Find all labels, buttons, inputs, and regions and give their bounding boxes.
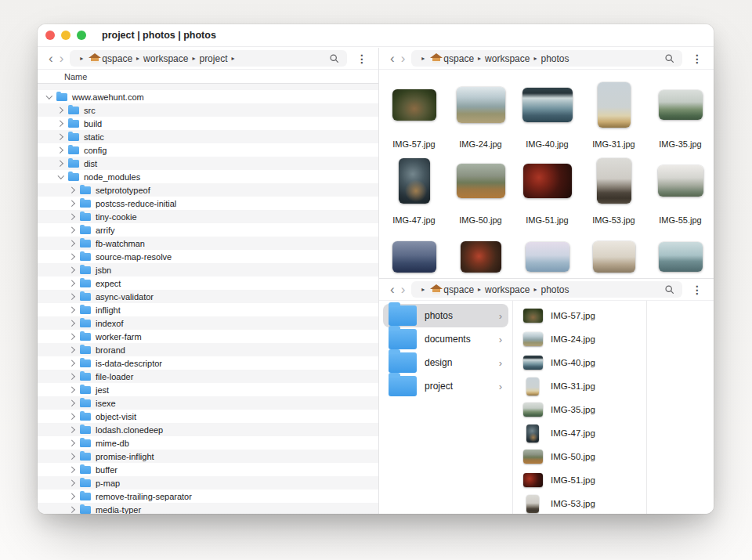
more-options-icon[interactable]: ⋮ [352, 52, 372, 65]
back-button[interactable]: ‹ [387, 283, 398, 296]
chevron-right-icon[interactable] [67, 345, 78, 356]
more-options-icon[interactable]: ⋮ [687, 284, 707, 296]
breadcrumb-item-workspace[interactable]: workspace [143, 53, 188, 64]
tree-item-inflight[interactable]: inflight [38, 303, 378, 316]
photo-item[interactable] [381, 228, 447, 278]
home-icon[interactable] [430, 284, 442, 294]
tree-item-static[interactable]: static [38, 130, 378, 143]
home-icon[interactable] [430, 53, 442, 63]
breadcrumb-item-workspace[interactable]: workspace [485, 53, 530, 64]
forward-button[interactable]: › [56, 52, 67, 65]
file-list-item-IMG-40.jpg[interactable]: IMG-40.jpg [522, 351, 646, 374]
file-list-item-IMG-31.jpg[interactable]: IMG-31.jpg [522, 374, 646, 398]
tree-item-file-loader[interactable]: file-loader [38, 370, 378, 383]
photo-item[interactable] [580, 228, 647, 278]
tree-item-postcss-reduce-initial[interactable]: postcss-reduce-initial [38, 197, 378, 210]
breadcrumb-item-photos[interactable]: photos [540, 284, 569, 295]
more-options-icon[interactable]: ⋮ [687, 52, 707, 65]
search-icon[interactable] [663, 53, 676, 63]
chevron-right-icon[interactable] [67, 265, 78, 276]
search-icon[interactable] [663, 284, 676, 294]
file-list-item-IMG-53.jpg[interactable]: IMG-53.jpg [522, 492, 646, 514]
photo-item-IMG-35.jpg[interactable]: IMG-35.jpg [647, 76, 714, 152]
photo-item[interactable] [647, 228, 714, 278]
tree-item-p-map[interactable]: p-map [38, 476, 378, 490]
tree-item-worker-farm[interactable]: worker-farm [38, 330, 378, 343]
chevron-right-icon[interactable] [67, 371, 78, 382]
file-list-item-IMG-50.jpg[interactable]: IMG-50.jpg [522, 445, 646, 468]
search-icon[interactable] [327, 53, 341, 63]
chevron-right-icon[interactable] [67, 504, 78, 515]
photo-item-IMG-47.jpg[interactable]: IMG-47.jpg [381, 152, 447, 228]
back-button[interactable]: ‹ [387, 52, 398, 65]
chevron-right-icon[interactable] [67, 425, 78, 435]
tree-item-object-visit[interactable]: object-visit [38, 410, 378, 423]
file-list-item-IMG-24.jpg[interactable]: IMG-24.jpg [522, 327, 646, 351]
tree-item-async-validator[interactable]: async-validator [38, 290, 378, 303]
breadcrumb-item-qspace[interactable]: qspace [102, 53, 132, 64]
tree-item-fb-watchman[interactable]: fb-watchman [38, 237, 378, 250]
photo-item-IMG-51.jpg[interactable]: IMG-51.jpg [514, 152, 580, 228]
chevron-right-icon[interactable] [67, 251, 78, 262]
photo-item-IMG-24.jpg[interactable]: IMG-24.jpg [447, 76, 514, 152]
tree-item-node_modules[interactable]: node_modules [38, 170, 378, 183]
chevron-right-icon[interactable] [67, 478, 78, 489]
tree-item-brorand[interactable]: brorand [38, 343, 378, 356]
folder-item-photos[interactable]: photos› [383, 304, 508, 327]
tree-item-isexe[interactable]: isexe [38, 396, 378, 410]
chevron-down-icon[interactable] [56, 172, 67, 182]
chevron-right-icon[interactable] [56, 145, 67, 156]
tree-column-header[interactable]: Name [38, 70, 378, 84]
chevron-right-icon[interactable] [67, 438, 78, 449]
breadcrumb-item-workspace[interactable]: workspace [485, 284, 530, 295]
chevron-right-icon[interactable] [67, 385, 78, 396]
chevron-right-icon[interactable] [67, 358, 78, 369]
chevron-right-icon[interactable] [67, 278, 78, 289]
chevron-right-icon[interactable] [67, 491, 78, 502]
file-list-item-IMG-47.jpg[interactable]: IMG-47.jpg [522, 421, 646, 445]
breadcrumb-item-photos[interactable]: photos [540, 53, 569, 64]
tree-item-buffer[interactable]: buffer [38, 463, 378, 476]
tree-item-expect[interactable]: expect [38, 276, 378, 290]
breadcrumb-item-project[interactable]: project [199, 53, 227, 64]
chevron-right-icon[interactable] [67, 318, 78, 329]
chevron-right-icon[interactable] [67, 211, 78, 222]
folder-item-design[interactable]: design› [383, 351, 508, 374]
tree-item-build[interactable]: build [38, 117, 378, 130]
file-list-item-IMG-57.jpg[interactable]: IMG-57.jpg [522, 304, 646, 327]
home-icon[interactable] [89, 53, 100, 63]
photo-item[interactable] [514, 228, 580, 278]
tree-item-remove-trailing-separator[interactable]: remove-trailing-separator [38, 490, 378, 503]
zoom-button[interactable] [77, 31, 86, 40]
tree-item-www.awehunt.com[interactable]: www.awehunt.com [38, 90, 378, 103]
tree-item-indexof[interactable]: indexof [38, 316, 378, 330]
minimize-button[interactable] [61, 31, 70, 40]
tree-item-dist[interactable]: dist [38, 157, 378, 170]
photo-item-IMG-50.jpg[interactable]: IMG-50.jpg [447, 152, 514, 228]
chevron-right-icon[interactable] [67, 331, 78, 342]
chevron-right-icon[interactable] [56, 132, 67, 143]
chevron-right-icon[interactable] [67, 451, 78, 462]
folder-item-project[interactable]: project› [383, 374, 508, 398]
tree-item-promise-inflight[interactable]: promise-inflight [38, 450, 378, 463]
breadcrumb-item-qspace[interactable]: qspace [443, 53, 474, 64]
chevron-right-icon[interactable] [67, 198, 78, 209]
tree-item-media-typer[interactable]: media-typer [38, 503, 378, 514]
chevron-right-icon[interactable] [67, 464, 78, 475]
tree-item-setprototypeof[interactable]: setprototypeof [38, 183, 378, 197]
chevron-right-icon[interactable] [67, 185, 78, 196]
chevron-right-icon[interactable] [67, 411, 78, 422]
chevron-down-icon[interactable] [44, 92, 55, 103]
chevron-right-icon[interactable] [67, 305, 78, 316]
tree-item-is-data-descriptor[interactable]: is-data-descriptor [38, 356, 378, 370]
tree-item-arrify[interactable]: arrify [38, 223, 378, 237]
chevron-right-icon[interactable] [56, 158, 67, 169]
tree-item-src[interactable]: src [38, 103, 378, 117]
chevron-right-icon[interactable] [56, 105, 67, 116]
back-button[interactable]: ‹ [45, 52, 56, 65]
file-list-item-IMG-51.jpg[interactable]: IMG-51.jpg [522, 468, 646, 492]
chevron-right-icon[interactable] [67, 225, 78, 236]
folder-item-documents[interactable]: documents› [383, 327, 508, 351]
chevron-right-icon[interactable] [67, 398, 78, 409]
photo-item-IMG-31.jpg[interactable]: IMG-31.jpg [580, 76, 647, 152]
